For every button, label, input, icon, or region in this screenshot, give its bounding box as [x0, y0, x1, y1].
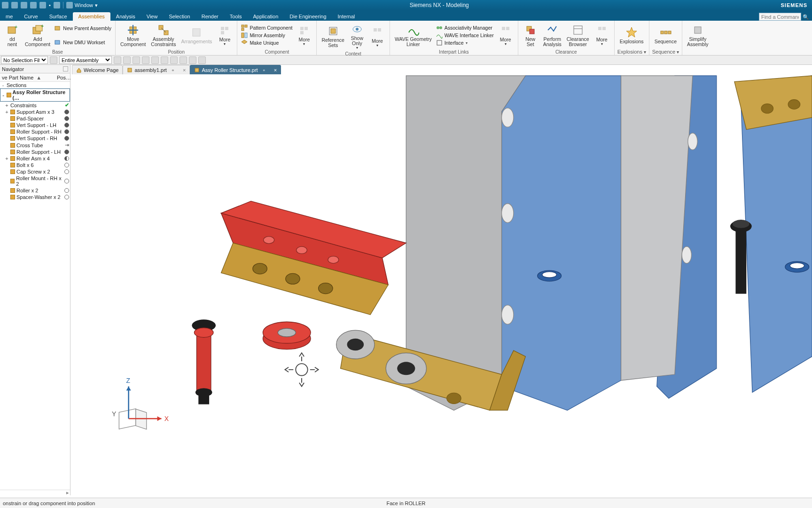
move-component-button[interactable]: Move Component [118, 23, 148, 48]
simplify-assembly-button[interactable]: Simplify Assembly [685, 23, 710, 48]
tree-node[interactable]: +Constraints✔ [0, 102, 70, 109]
associativity-manager-button[interactable]: Associativity Manager [435, 24, 495, 32]
selbar-icon[interactable] [180, 56, 187, 64]
new-dmu-workset-button[interactable]: New DMU Workset [54, 39, 112, 46]
qat-icon[interactable] [21, 2, 27, 8]
pattern-component-button[interactable]: Pattern Component [240, 24, 293, 32]
search-icon[interactable]: 🔍 [803, 14, 809, 20]
tab-die[interactable]: Die Engineering [284, 12, 332, 21]
selbar-icon[interactable] [151, 56, 159, 64]
make-unique-button[interactable]: Make Unique [240, 39, 293, 47]
sequence-button[interactable]: Sequence [653, 25, 679, 45]
undo-icon[interactable] [54, 2, 60, 8]
tree-node[interactable]: Cross Tube⇥ [0, 142, 70, 149]
tree-node[interactable]: Cap Screw x 2 [0, 168, 70, 175]
tab-render[interactable]: Render [196, 12, 224, 21]
navigator-hscroll[interactable]: ▸ [0, 490, 70, 495]
tab-home[interactable]: me [0, 12, 18, 21]
col-part-name[interactable]: ve Part Name [2, 75, 33, 80]
tree-node[interactable]: -Sections [0, 82, 70, 88]
tab-analysis[interactable]: Analysis [110, 12, 141, 21]
tree-node-label: Pad-Spacer [16, 116, 44, 121]
tree-node[interactable]: Pad-Spacer [0, 115, 70, 122]
context-more-button[interactable]: More▾ [368, 24, 387, 48]
selection-scope-dropdown[interactable]: Entire Assembly [59, 56, 112, 64]
doc-tab-welcome[interactable]: Welcome Page [72, 65, 123, 74]
tab-internal[interactable]: Internal [332, 12, 361, 21]
qat-icon[interactable] [2, 2, 8, 8]
tab-surface[interactable]: Surface [44, 12, 73, 21]
navigator-header[interactable]: ve Part Name ▲ Pos… [0, 73, 70, 82]
component-more-button[interactable]: More▾ [295, 23, 313, 47]
col-position[interactable]: Pos… [57, 75, 70, 80]
graphics-viewport[interactable]: X Z Y [72, 74, 812, 495]
selbar-icon[interactable] [189, 56, 196, 64]
tree-node[interactable]: Spacer-Washer x 2 [0, 194, 70, 200]
doc-tab-assembly1[interactable]: assembly1.prt ▫ × [123, 65, 190, 74]
assembly-constraints-button[interactable]: Assembly Constraints [149, 23, 178, 48]
add-component-button[interactable]: + Add Component [23, 23, 52, 48]
window-menu[interactable]: Window ▾ [66, 2, 98, 8]
wave-interface-linker-button[interactable]: WAVE Interface Linker [435, 32, 495, 39]
qat-icon[interactable] [39, 2, 46, 8]
add-component-partial-button[interactable]: + dd nent [3, 23, 22, 48]
command-search-input[interactable] [759, 13, 801, 21]
tree-node[interactable]: Roller Support - LH [0, 149, 70, 155]
tree-node[interactable]: -Assy Roller Structure (… [0, 88, 70, 102]
tree-node[interactable]: Roller x 2 [0, 187, 70, 194]
tree-node[interactable]: +Support Asm x 3 [0, 109, 70, 115]
svg-text:+: + [15, 24, 17, 30]
tree-node[interactable]: Roller Support - RH [0, 128, 70, 135]
tree-node[interactable]: Roller Mount - RH x 2 [0, 175, 70, 187]
mirror-assembly-button[interactable]: Mirror Assembly [240, 32, 293, 39]
selbar-icon[interactable] [123, 56, 131, 64]
tree-node[interactable]: +Roller Asm x 4 [0, 155, 70, 162]
interpart-more-button[interactable]: More▾ [496, 23, 515, 47]
tab-selection[interactable]: Selection [163, 12, 195, 21]
show-only-button[interactable]: Show Only▾ [348, 22, 367, 51]
navigator-options-icon[interactable] [63, 66, 68, 71]
filter-icon[interactable] [50, 56, 57, 64]
view-triad[interactable]: X Z Y [112, 377, 169, 429]
close-icon[interactable]: × [274, 67, 277, 73]
explosions-button[interactable]: Explosions [618, 25, 646, 45]
svg-point-80 [194, 328, 213, 337]
selbar-icon[interactable] [198, 56, 206, 64]
new-parent-assembly-button[interactable]: New Parent Assembly [54, 24, 112, 32]
interface-button[interactable]: Interface▾ [435, 39, 495, 47]
selbar-icon[interactable] [170, 56, 178, 64]
reference-sets-button[interactable]: Reference Sets [320, 24, 346, 49]
tab-view[interactable]: View [141, 12, 164, 21]
perform-analysis-button[interactable]: Perform Analysis [541, 23, 563, 48]
tree-node[interactable]: Bolt x 6 [0, 162, 70, 168]
svg-text:Y: Y [112, 410, 117, 418]
part-icon [194, 67, 200, 73]
command-search[interactable]: 🔍 [759, 13, 809, 21]
tab-tools[interactable]: Tools [224, 12, 248, 21]
group-context: Reference Sets Show Only▾ More▾ Context [317, 21, 390, 55]
navigator-tree[interactable]: -Sections-Assy Roller Structure (…+Const… [0, 82, 70, 490]
doc-tab-assy-roller[interactable]: Assy Roller Structure.prt ▫ × [190, 65, 281, 74]
close-icon[interactable]: × [183, 67, 186, 73]
selbar-icon[interactable] [142, 56, 149, 64]
tree-node-label: Vert Support - LH [16, 122, 56, 128]
qat-icon[interactable] [30, 2, 37, 8]
group-label: Interpart Links [439, 49, 468, 55]
tab-curve[interactable]: Curve [18, 12, 43, 21]
selbar-icon[interactable] [161, 56, 168, 64]
svg-rect-32 [437, 40, 442, 45]
qat-icon[interactable] [11, 2, 18, 8]
tree-node[interactable]: Vert Support - RH [0, 135, 70, 142]
clearance-more-button[interactable]: More▾ [593, 23, 611, 47]
tab-assemblies[interactable]: Assemblies [73, 12, 110, 21]
selbar-icon[interactable] [114, 56, 121, 64]
new-set-button[interactable]: New Set [521, 23, 540, 48]
wave-geometry-linker-button[interactable]: WAVE Geometry Linker [393, 23, 434, 48]
selection-filter-dropdown[interactable]: No Selection Filter [1, 56, 48, 64]
clearance-browser-button[interactable]: Clearance Browser [565, 23, 591, 48]
tab-application[interactable]: Application [247, 12, 284, 21]
selbar-icon[interactable] [133, 56, 140, 64]
tree-node[interactable]: Vert Support - LH [0, 122, 70, 128]
position-more-button[interactable]: More▾ [215, 23, 234, 47]
svg-rect-18 [242, 33, 244, 38]
